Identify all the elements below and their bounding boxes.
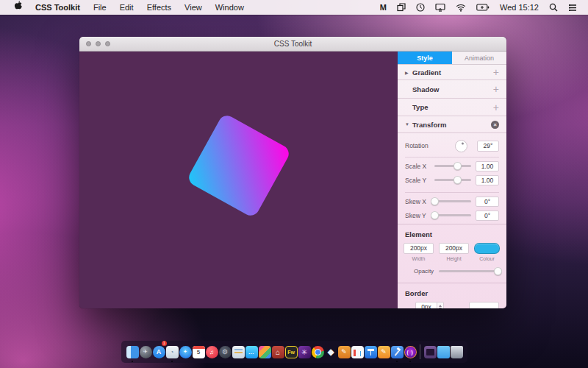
slider-value-field[interactable]: 0° bbox=[476, 197, 499, 207]
canvas-element-square[interactable] bbox=[186, 113, 292, 219]
dock-home-app[interactable]: ⌂ bbox=[271, 342, 284, 361]
menu-clock[interactable]: Wed 15:12 bbox=[495, 3, 544, 12]
apple-icon bbox=[14, 1, 22, 10]
slider-value-field[interactable]: 1.00 bbox=[476, 161, 499, 171]
section-type[interactable]: Type + bbox=[398, 99, 506, 116]
file-stack-icon bbox=[232, 346, 245, 358]
dock-finder[interactable] bbox=[126, 342, 139, 361]
tab-animation[interactable]: Animation bbox=[452, 52, 506, 64]
display-icon[interactable] bbox=[430, 3, 451, 12]
dock-css-toolkit[interactable]: ( ) bbox=[404, 342, 417, 361]
element-height-field[interactable]: 200px bbox=[439, 243, 469, 254]
menu-file[interactable]: File bbox=[87, 0, 113, 15]
dock-system-preferences[interactable]: ⚙ bbox=[218, 342, 232, 361]
menu-effects[interactable]: Effects bbox=[140, 0, 178, 15]
dock-sketch[interactable]: ◆ bbox=[324, 342, 337, 361]
rotation-label: Rotation bbox=[405, 142, 436, 149]
dock-messages[interactable]: … bbox=[245, 342, 258, 361]
rotation-dial[interactable] bbox=[455, 140, 467, 152]
border-width-stepper[interactable] bbox=[437, 302, 444, 308]
dock-media-folder[interactable] bbox=[423, 342, 437, 361]
slider-track[interactable] bbox=[434, 165, 471, 167]
disclosure-collapsed-icon[interactable]: ▶ bbox=[405, 70, 412, 75]
slider-row-scale-x: Scale X1.00 bbox=[398, 159, 506, 173]
slider-track[interactable] bbox=[434, 179, 471, 181]
dock-trash[interactable] bbox=[450, 342, 463, 361]
menu-app-name[interactable]: CSS Toolkit bbox=[29, 0, 87, 15]
numbers-icon bbox=[351, 346, 364, 358]
zoom-window-button[interactable] bbox=[105, 41, 110, 46]
dock-keynote[interactable] bbox=[364, 342, 377, 361]
dock-file-stack[interactable] bbox=[232, 342, 245, 361]
slider-value-field[interactable]: 1.00 bbox=[476, 175, 499, 185]
add-shadow-button[interactable]: + bbox=[493, 85, 499, 93]
sketchbook-icon: ✎ bbox=[338, 346, 351, 358]
section-shadow[interactable]: Shadow + bbox=[398, 80, 506, 99]
tab-style[interactable]: Style bbox=[398, 52, 452, 64]
menu-edit[interactable]: Edit bbox=[113, 0, 140, 15]
layers-icon[interactable] bbox=[392, 3, 411, 12]
remove-transform-button[interactable]: × bbox=[491, 121, 499, 129]
sketch-icon: ◆ bbox=[325, 346, 337, 358]
dock-itunes[interactable]: ♫ bbox=[205, 342, 218, 361]
border-colour-field[interactable] bbox=[469, 302, 499, 308]
dock-fireworks[interactable]: Fw bbox=[284, 342, 298, 361]
slider-track[interactable] bbox=[434, 214, 471, 216]
apple-menu[interactable] bbox=[7, 0, 29, 15]
add-gradient-button[interactable]: + bbox=[493, 68, 499, 76]
dock-xcode[interactable] bbox=[390, 342, 404, 361]
pages-icon: ✎ bbox=[378, 346, 390, 358]
dock-pixelmator[interactable]: ✳ bbox=[298, 342, 311, 361]
opacity-slider-track[interactable] bbox=[439, 270, 498, 272]
section-gradient[interactable]: ▶ Gradient + bbox=[398, 65, 506, 80]
slider-knob[interactable] bbox=[431, 211, 439, 219]
section-transform[interactable]: ▼ Transform × bbox=[398, 116, 506, 133]
rotation-value-field[interactable]: 29° bbox=[477, 141, 499, 152]
opacity-row: Opacity bbox=[404, 263, 501, 279]
slider-knob[interactable] bbox=[453, 162, 462, 170]
photos-icon bbox=[259, 346, 271, 358]
slider-track[interactable] bbox=[434, 200, 471, 202]
battery-icon[interactable] bbox=[471, 4, 495, 11]
notification-center-icon[interactable] bbox=[563, 4, 582, 12]
minimize-window-button[interactable] bbox=[96, 41, 101, 46]
css-toolkit-icon: ( ) bbox=[404, 346, 417, 358]
dock-chrome[interactable] bbox=[311, 342, 324, 361]
slider-row-skew-x: Skew X0° bbox=[398, 194, 506, 208]
dock-photos[interactable] bbox=[258, 342, 271, 361]
slider-knob[interactable] bbox=[453, 176, 462, 184]
close-window-button[interactable] bbox=[86, 41, 91, 46]
window-titlebar[interactable]: CSS Toolkit bbox=[79, 37, 506, 52]
opacity-slider-knob[interactable] bbox=[494, 267, 502, 275]
clock-icon[interactable] bbox=[411, 3, 430, 12]
wifi-icon[interactable] bbox=[451, 4, 471, 12]
dock-pages[interactable]: ✎ bbox=[377, 342, 390, 361]
dock-documents-folder[interactable] bbox=[437, 342, 450, 361]
design-canvas[interactable] bbox=[79, 52, 398, 308]
dock-numbers[interactable] bbox=[351, 342, 364, 361]
dock-app-store[interactable]: A1 bbox=[152, 342, 165, 361]
dock-preview[interactable]: ◔ bbox=[165, 342, 179, 361]
slider-knob[interactable] bbox=[431, 197, 439, 205]
element-colour-swatch[interactable] bbox=[474, 243, 500, 254]
border-width-field[interactable]: 0px bbox=[415, 302, 437, 308]
element-width-label: Width bbox=[412, 254, 426, 261]
slider-label: Scale Y bbox=[405, 177, 434, 184]
running-indicator bbox=[132, 361, 134, 363]
dock-sketchbook[interactable]: ✎ bbox=[337, 342, 351, 361]
calendar-icon: 5 bbox=[193, 346, 205, 358]
panel-tabs: Style Animation bbox=[398, 52, 506, 65]
menu-view[interactable]: View bbox=[178, 0, 209, 15]
dock-safari[interactable]: ✦ bbox=[179, 342, 192, 361]
dock-calendar[interactable]: 5 bbox=[192, 342, 205, 361]
disclosure-expanded-icon[interactable]: ▼ bbox=[405, 122, 412, 127]
menu-window[interactable]: Window bbox=[209, 0, 251, 15]
add-type-button[interactable]: + bbox=[493, 104, 499, 111]
m-app-menu-extra[interactable]: M bbox=[375, 0, 392, 15]
documents-folder-icon bbox=[437, 346, 450, 358]
search-icon[interactable] bbox=[544, 3, 563, 12]
element-width-field[interactable]: 200px bbox=[404, 243, 434, 254]
style-panel: Style Animation ▶ Gradient + Shadow + Ty… bbox=[398, 52, 506, 308]
slider-value-field[interactable]: 0° bbox=[476, 210, 499, 221]
dock-launchpad[interactable]: ✈ bbox=[139, 342, 152, 361]
